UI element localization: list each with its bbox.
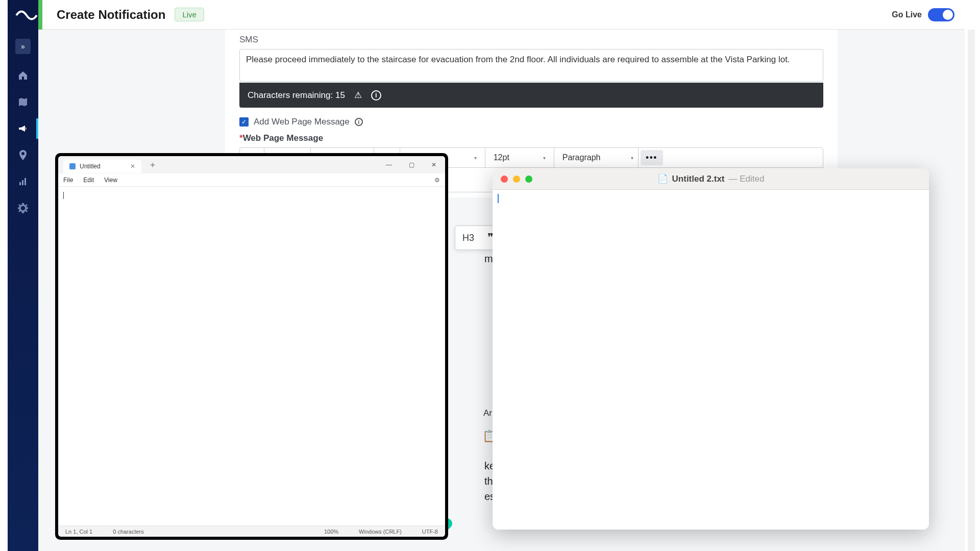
home-icon[interactable] xyxy=(17,69,29,82)
page-title: Create Notification xyxy=(57,8,165,22)
svg-rect-2 xyxy=(24,178,26,185)
notepad-menubar: File Edit View ⚙ xyxy=(58,173,445,187)
menu-edit[interactable]: Edit xyxy=(83,177,94,184)
notepad-window: Untitled ✕ ＋ ― ▢ ✕ File Edit View ⚙ Ln 1… xyxy=(55,153,448,540)
status-position: Ln 1, Col 1 xyxy=(65,529,92,535)
maximize-button[interactable]: ▢ xyxy=(400,156,423,173)
page-header: Create Notification Live Go Live xyxy=(38,0,965,30)
textedit-edited-label: — Edited xyxy=(729,174,765,184)
header-accent xyxy=(38,0,42,30)
settings-gear-icon[interactable]: ⚙ xyxy=(434,177,440,184)
minimize-traffic-light[interactable] xyxy=(513,176,520,183)
live-badge: Live xyxy=(175,8,204,21)
status-line-ending: Windows (CRLF) xyxy=(359,529,402,535)
more-button[interactable]: ••• xyxy=(641,150,663,165)
textedit-titlebar[interactable]: 📄 Untitled 2.txt — Edited xyxy=(493,168,929,190)
notepad-titlebar[interactable]: Untitled ✕ ＋ ― ▢ ✕ xyxy=(58,156,445,173)
char-label: Characters remaining: xyxy=(248,90,333,100)
menu-view[interactable]: View xyxy=(104,177,117,184)
sidebar-expand-button[interactable]: » xyxy=(15,39,31,54)
sms-input[interactable] xyxy=(239,49,823,82)
notepad-tab-close-icon[interactable]: ✕ xyxy=(130,163,135,170)
maximize-traffic-light[interactable] xyxy=(525,176,532,183)
close-button[interactable]: ✕ xyxy=(423,156,445,173)
minimize-button[interactable]: ― xyxy=(378,156,400,173)
chart-icon[interactable] xyxy=(17,176,29,188)
go-live-toggle[interactable] xyxy=(928,8,954,21)
textedit-body[interactable] xyxy=(493,190,929,530)
go-live-label: Go Live xyxy=(892,10,922,19)
notepad-statusbar: Ln 1, Col 1 0 characters 100% Windows (C… xyxy=(58,525,445,537)
app-sidebar: » xyxy=(8,0,38,551)
notepad-doc-icon xyxy=(69,163,76,169)
add-webpage-row: ✓ Add Web Page Message i xyxy=(239,117,823,127)
info-icon[interactable]: i xyxy=(371,90,381,101)
gear-icon[interactable] xyxy=(17,202,29,214)
char-remaining-bar: Characters remaining: 15 ⚠ i xyxy=(239,83,823,108)
sms-label: SMS xyxy=(239,35,823,45)
megaphone-icon[interactable] xyxy=(17,122,29,135)
map-icon[interactable] xyxy=(17,96,29,108)
notepad-textarea[interactable] xyxy=(58,187,445,525)
size-select[interactable]: 12pt▾ xyxy=(485,153,554,162)
close-traffic-light[interactable] xyxy=(501,176,508,183)
add-webpage-label: Add Web Page Message xyxy=(254,117,350,127)
info-icon[interactable]: i xyxy=(355,118,363,126)
webpage-label: *Web Page Message xyxy=(239,133,823,143)
char-value: 15 xyxy=(335,90,345,100)
add-webpage-checkbox[interactable]: ✓ xyxy=(239,117,249,127)
textedit-window: 📄 Untitled 2.txt — Edited xyxy=(493,168,929,530)
status-encoding: UTF-8 xyxy=(422,529,438,535)
h3-button[interactable]: H3 xyxy=(462,233,474,243)
notepad-add-tab-button[interactable]: ＋ xyxy=(149,160,157,170)
scrollbar[interactable] xyxy=(968,30,975,551)
app-logo xyxy=(14,4,39,27)
notepad-tab-title: Untitled xyxy=(80,163,101,170)
status-zoom: 100% xyxy=(324,529,338,535)
menu-file[interactable]: File xyxy=(63,177,73,184)
svg-rect-0 xyxy=(19,182,21,185)
warning-icon: ⚠ xyxy=(354,90,362,101)
textedit-title: Untitled 2.txt xyxy=(672,174,725,184)
document-icon: 📄 xyxy=(657,173,668,184)
svg-rect-1 xyxy=(22,180,23,185)
pin-icon[interactable] xyxy=(17,149,29,161)
notepad-tab[interactable]: Untitled ✕ xyxy=(63,160,141,173)
status-chars: 0 characters xyxy=(113,529,144,535)
paragraph-select[interactable]: Paragraph▾ xyxy=(554,153,638,162)
